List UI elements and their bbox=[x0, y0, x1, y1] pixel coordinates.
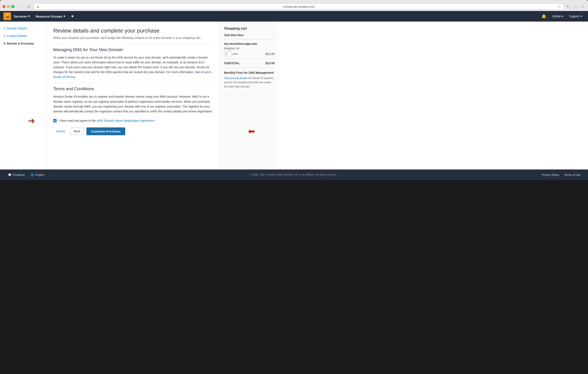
aws-logo[interactable]: 📦 bbox=[3, 12, 11, 20]
cart-sidebar: Shopping cart One-time fees my-serverles… bbox=[220, 21, 279, 170]
main-content: Review details and complete your purchas… bbox=[46, 21, 220, 170]
agreement-label-text: I have read and agree to the bbox=[59, 119, 96, 122]
language-label: English bbox=[35, 173, 44, 176]
support-menu[interactable]: Support ▾ bbox=[567, 11, 585, 21]
notifications-button[interactable]: 🔔 bbox=[539, 11, 549, 21]
footer-left: 💬 Feedback 🌐 English bbox=[5, 170, 47, 180]
cart-title: Shopping cart bbox=[224, 27, 274, 31]
sidebar-item-contact-details[interactable]: 2: Contact Details bbox=[3, 34, 43, 38]
terms-section-title: Terms and Conditions bbox=[53, 86, 213, 91]
pin-button[interactable]: ★ bbox=[68, 11, 77, 21]
reload-button[interactable]: ↻ bbox=[558, 5, 561, 8]
divider-2 bbox=[53, 83, 213, 83]
browser-navigation: ‹ › ⊡ bbox=[16, 4, 32, 9]
support-chevron-icon: ▾ bbox=[581, 15, 582, 18]
privacy-policy-link[interactable]: Privacy Policy bbox=[540, 170, 562, 180]
browser-actions: ⎋ ⬜ ＋ bbox=[566, 4, 586, 9]
year-selector: 1 year bbox=[224, 51, 238, 56]
services-menu[interactable]: Services ▾ bbox=[11, 11, 33, 21]
lock-icon: 🔒 bbox=[37, 5, 40, 8]
address-bar[interactable]: 🔒 console.aws.amazon.com ↻ bbox=[34, 4, 564, 10]
divider-1 bbox=[53, 44, 213, 44]
url-display: console.aws.amazon.com bbox=[41, 5, 557, 8]
footer-copyright: © 2008 - 2017, Amazon Web Services, Inc.… bbox=[47, 173, 540, 176]
browser-chrome: ‹ › ⊡ 🔒 console.aws.amazon.com ↻ ⎋ ⬜ ＋ bbox=[0, 0, 588, 11]
back-nav-button[interactable]: ‹ bbox=[16, 4, 20, 9]
contact-details-label: 2: Contact Details bbox=[3, 34, 27, 38]
aws-logo-icon: 📦 bbox=[5, 14, 10, 19]
dns-description: To make it easier for you to use Route 5… bbox=[53, 55, 213, 79]
cart-domain-name: my-serverless-app.com bbox=[224, 42, 274, 45]
close-button[interactable] bbox=[2, 5, 5, 8]
bell-icon: 🔔 bbox=[542, 14, 546, 19]
register-for-label: Register for bbox=[224, 47, 239, 50]
agreement-link[interactable]: AWS Domain Name Registration Agreement bbox=[96, 119, 155, 122]
page-title: Review details and complete your purchas… bbox=[53, 27, 213, 34]
resource-groups-label: Resource Groups bbox=[36, 15, 62, 18]
windows-button[interactable]: ⬜ bbox=[572, 4, 578, 9]
cart-divider-2 bbox=[224, 59, 274, 59]
domain-search-label: 1: Domain Search bbox=[3, 27, 27, 30]
back-button[interactable]: Back bbox=[70, 128, 84, 135]
feedback-button[interactable]: 💬 Feedback bbox=[5, 170, 28, 180]
terms-of-use-link[interactable]: Terms of Use bbox=[562, 170, 583, 180]
agreement-checkbox[interactable] bbox=[53, 119, 57, 122]
language-button[interactable]: 🌐 English bbox=[28, 170, 47, 180]
cart-register-row: Register for bbox=[224, 47, 274, 50]
content-area: 1: Domain Search 2: Contact Details 3: R… bbox=[0, 21, 588, 170]
dns-section-title: Managing DNS for Your New Domain bbox=[53, 47, 213, 52]
cart-year-price-row: 1 year $12.00 bbox=[224, 51, 274, 56]
subtotal-label: SUBTOTAL bbox=[224, 62, 240, 65]
monthly-fees-description: View pricing details for Route 53 querie… bbox=[224, 76, 274, 89]
resource-groups-menu[interactable]: Resource Groups ▾ bbox=[33, 11, 68, 21]
support-label: Support bbox=[569, 15, 579, 18]
one-time-fees-title: One-time fees bbox=[224, 33, 274, 37]
footer-right: Privacy Policy Terms of Use bbox=[540, 170, 583, 180]
red-arrow-right-icon: ⬅ bbox=[248, 127, 255, 135]
red-arrow-left-icon: ➜ bbox=[28, 117, 35, 125]
sidebar-item-domain-search[interactable]: 1: Domain Search bbox=[3, 27, 43, 30]
subtotal-row: SUBTOTAL $12.00 bbox=[224, 62, 274, 65]
feedback-icon: 💬 bbox=[8, 173, 11, 176]
services-chevron-icon: ▾ bbox=[28, 14, 30, 18]
view-pricing-link[interactable]: View pricing details bbox=[224, 76, 248, 80]
cart-divider-3 bbox=[224, 67, 274, 68]
new-tab-button[interactable]: ＋ bbox=[579, 4, 586, 9]
terms-description: Amazon Route 53 enables you to register … bbox=[53, 94, 213, 114]
complete-purchase-button[interactable]: Complete Purchase bbox=[86, 128, 125, 135]
traffic-lights bbox=[2, 5, 14, 8]
forward-nav-button[interactable]: › bbox=[21, 4, 24, 9]
maximize-button[interactable] bbox=[11, 5, 14, 8]
year-input[interactable]: 1 bbox=[224, 51, 232, 56]
global-menu[interactable]: Global ▾ bbox=[550, 11, 566, 21]
dns-text: To make it easier for you to use Route 5… bbox=[53, 56, 209, 74]
tab-view-button[interactable]: ⊡ bbox=[26, 4, 32, 9]
footer: 💬 Feedback 🌐 English © 2008 - 2017, Amaz… bbox=[0, 170, 588, 180]
monthly-fees-title: Monthly Fees for DNS Management bbox=[224, 71, 274, 74]
pin-icon: ★ bbox=[71, 14, 74, 18]
nav-right: 🔔 Global ▾ Support ▾ bbox=[539, 11, 585, 21]
agreement-row: ➜ I have read and agree to the AWS Domai… bbox=[53, 119, 213, 122]
cart-divider-1 bbox=[224, 39, 274, 40]
year-label: year bbox=[232, 52, 238, 55]
share-button[interactable]: ⎋ bbox=[566, 4, 570, 9]
copyright-text: © 2008 - 2017, Amazon Web Services, Inc.… bbox=[250, 173, 337, 176]
dns-text-end: . bbox=[75, 75, 76, 79]
steps-sidebar: 1: Domain Search 2: Contact Details 3: R… bbox=[0, 21, 46, 170]
globe-icon: 🌐 bbox=[31, 173, 34, 176]
global-chevron-icon: ▾ bbox=[562, 15, 563, 18]
cancel-button[interactable]: Cancel bbox=[53, 128, 68, 135]
services-label: Services bbox=[14, 15, 27, 18]
feedback-label: Feedback bbox=[13, 173, 25, 176]
domain-price: $12.00 bbox=[265, 52, 274, 55]
subtotal-price: $12.00 bbox=[265, 62, 274, 65]
aws-top-nav: 📦 Services ▾ Resource Groups ▾ ★ 🔔 Globa… bbox=[0, 11, 588, 21]
minimize-button[interactable] bbox=[7, 5, 10, 8]
button-row: Cancel Back Complete Purchase ⬅ bbox=[53, 128, 213, 135]
global-label: Global bbox=[552, 15, 561, 18]
resource-groups-chevron-icon: ▾ bbox=[63, 14, 65, 18]
review-purchase-label: 3: Review & Purchase bbox=[3, 42, 34, 45]
sidebar-item-review-purchase: 3: Review & Purchase bbox=[3, 42, 43, 45]
page-subtitle: When you complete your purchase, we'll a… bbox=[53, 36, 213, 40]
agreement-text: I have read and agree to the AWS Domain … bbox=[59, 119, 155, 122]
